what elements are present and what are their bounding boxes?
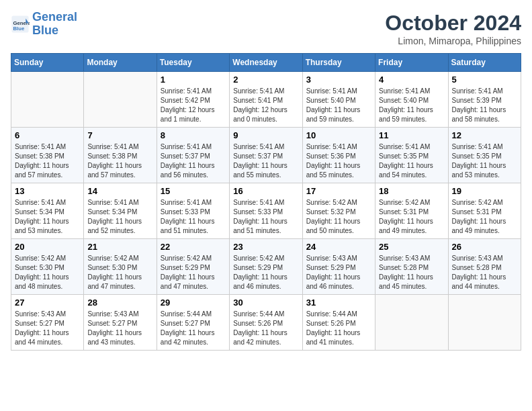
location: Limon, Mimaropa, Philippines <box>385 36 521 46</box>
calendar-cell: 24Sunrise: 5:43 AMSunset: 5:29 PMDayligh… <box>302 239 375 295</box>
logo-text: GeneralBlue <box>32 11 77 38</box>
svg-text:Blue: Blue <box>13 26 25 32</box>
day-info: Sunrise: 5:44 AMSunset: 5:27 PMDaylight:… <box>161 310 226 347</box>
day-info: Sunrise: 5:41 AMSunset: 5:40 PMDaylight:… <box>306 87 371 124</box>
weekday-header-thursday: Thursday <box>302 54 375 72</box>
day-number: 14 <box>87 186 152 196</box>
weekday-header-sunday: Sunday <box>11 54 84 72</box>
calendar-cell <box>11 72 84 128</box>
day-number: 24 <box>306 242 371 252</box>
day-number: 11 <box>379 130 444 140</box>
day-info: Sunrise: 5:41 AMSunset: 5:39 PMDaylight:… <box>452 87 517 124</box>
calendar-cell <box>375 295 448 351</box>
week-row-3: 20Sunrise: 5:42 AMSunset: 5:30 PMDayligh… <box>11 239 521 295</box>
day-number: 29 <box>161 298 226 308</box>
day-number: 12 <box>452 130 517 140</box>
day-number: 30 <box>233 298 298 308</box>
calendar-cell: 16Sunrise: 5:41 AMSunset: 5:33 PMDayligh… <box>230 183 302 239</box>
calendar-cell: 14Sunrise: 5:41 AMSunset: 5:34 PMDayligh… <box>84 183 157 239</box>
calendar-cell: 13Sunrise: 5:41 AMSunset: 5:34 PMDayligh… <box>11 183 84 239</box>
calendar-cell: 19Sunrise: 5:42 AMSunset: 5:31 PMDayligh… <box>448 183 521 239</box>
day-info: Sunrise: 5:42 AMSunset: 5:31 PMDaylight:… <box>379 198 444 236</box>
day-info: Sunrise: 5:41 AMSunset: 5:40 PMDaylight:… <box>379 87 444 124</box>
day-number: 17 <box>306 186 371 196</box>
day-info: Sunrise: 5:43 AMSunset: 5:28 PMDaylight:… <box>379 254 444 291</box>
weekday-header-tuesday: Tuesday <box>157 54 229 72</box>
day-info: Sunrise: 5:41 AMSunset: 5:41 PMDaylight:… <box>233 87 298 124</box>
calendar-cell: 15Sunrise: 5:41 AMSunset: 5:33 PMDayligh… <box>157 183 229 239</box>
calendar-cell: 17Sunrise: 5:42 AMSunset: 5:32 PMDayligh… <box>302 183 375 239</box>
day-number: 31 <box>306 298 371 308</box>
logo: General Blue GeneralBlue <box>11 11 77 38</box>
calendar-cell <box>84 72 157 128</box>
day-info: Sunrise: 5:41 AMSunset: 5:38 PMDaylight:… <box>15 142 80 180</box>
day-info: Sunrise: 5:41 AMSunset: 5:34 PMDaylight:… <box>87 198 152 236</box>
day-info: Sunrise: 5:42 AMSunset: 5:32 PMDaylight:… <box>306 198 371 236</box>
day-info: Sunrise: 5:41 AMSunset: 5:33 PMDaylight:… <box>233 198 298 236</box>
day-info: Sunrise: 5:44 AMSunset: 5:26 PMDaylight:… <box>306 310 371 347</box>
day-number: 27 <box>15 298 80 308</box>
calendar-cell: 26Sunrise: 5:43 AMSunset: 5:28 PMDayligh… <box>448 239 521 295</box>
week-row-4: 27Sunrise: 5:43 AMSunset: 5:27 PMDayligh… <box>11 295 521 351</box>
day-info: Sunrise: 5:43 AMSunset: 5:28 PMDaylight:… <box>452 254 517 291</box>
day-info: Sunrise: 5:41 AMSunset: 5:33 PMDaylight:… <box>161 198 226 236</box>
calendar-cell: 28Sunrise: 5:43 AMSunset: 5:27 PMDayligh… <box>84 295 157 351</box>
day-number: 3 <box>306 75 371 85</box>
calendar-cell: 20Sunrise: 5:42 AMSunset: 5:30 PMDayligh… <box>11 239 84 295</box>
calendar-cell: 1Sunrise: 5:41 AMSunset: 5:42 PMDaylight… <box>157 72 229 128</box>
day-number: 13 <box>15 186 80 196</box>
calendar-cell: 10Sunrise: 5:41 AMSunset: 5:36 PMDayligh… <box>302 128 375 183</box>
weekday-header-friday: Friday <box>375 54 448 72</box>
weekday-header-saturday: Saturday <box>448 54 521 72</box>
calendar-cell: 9Sunrise: 5:41 AMSunset: 5:37 PMDaylight… <box>230 128 302 183</box>
day-info: Sunrise: 5:43 AMSunset: 5:27 PMDaylight:… <box>15 310 80 347</box>
calendar-cell: 30Sunrise: 5:44 AMSunset: 5:26 PMDayligh… <box>230 295 302 351</box>
calendar-cell: 7Sunrise: 5:41 AMSunset: 5:38 PMDaylight… <box>84 128 157 183</box>
day-info: Sunrise: 5:43 AMSunset: 5:27 PMDaylight:… <box>87 310 152 347</box>
day-info: Sunrise: 5:41 AMSunset: 5:36 PMDaylight:… <box>306 142 371 180</box>
week-row-0: 1Sunrise: 5:41 AMSunset: 5:42 PMDaylight… <box>11 72 521 128</box>
day-number: 1 <box>161 75 226 85</box>
calendar-cell: 25Sunrise: 5:43 AMSunset: 5:28 PMDayligh… <box>375 239 448 295</box>
calendar-cell: 6Sunrise: 5:41 AMSunset: 5:38 PMDaylight… <box>11 128 84 183</box>
weekday-header-monday: Monday <box>84 54 157 72</box>
calendar-cell: 31Sunrise: 5:44 AMSunset: 5:26 PMDayligh… <box>302 295 375 351</box>
day-info: Sunrise: 5:42 AMSunset: 5:30 PMDaylight:… <box>87 254 152 291</box>
day-info: Sunrise: 5:43 AMSunset: 5:29 PMDaylight:… <box>306 254 371 291</box>
calendar-cell: 4Sunrise: 5:41 AMSunset: 5:40 PMDaylight… <box>375 72 448 128</box>
day-number: 22 <box>161 242 226 252</box>
month-title: October 2024 <box>385 11 521 36</box>
day-info: Sunrise: 5:41 AMSunset: 5:38 PMDaylight:… <box>87 142 152 180</box>
week-row-1: 6Sunrise: 5:41 AMSunset: 5:38 PMDaylight… <box>11 128 521 183</box>
day-number: 25 <box>379 242 444 252</box>
page-header: General Blue GeneralBlue October 2024 Li… <box>11 11 521 46</box>
calendar-cell: 12Sunrise: 5:41 AMSunset: 5:35 PMDayligh… <box>448 128 521 183</box>
calendar-cell: 11Sunrise: 5:41 AMSunset: 5:35 PMDayligh… <box>375 128 448 183</box>
day-number: 4 <box>379 75 444 85</box>
day-number: 8 <box>161 130 226 140</box>
weekday-header-row: SundayMondayTuesdayWednesdayThursdayFrid… <box>11 54 521 72</box>
calendar-cell: 27Sunrise: 5:43 AMSunset: 5:27 PMDayligh… <box>11 295 84 351</box>
calendar-cell: 8Sunrise: 5:41 AMSunset: 5:37 PMDaylight… <box>157 128 229 183</box>
title-block: October 2024 Limon, Mimaropa, Philippine… <box>385 11 521 46</box>
day-number: 20 <box>15 242 80 252</box>
week-row-2: 13Sunrise: 5:41 AMSunset: 5:34 PMDayligh… <box>11 183 521 239</box>
day-info: Sunrise: 5:42 AMSunset: 5:29 PMDaylight:… <box>233 254 298 291</box>
day-info: Sunrise: 5:44 AMSunset: 5:26 PMDaylight:… <box>233 310 298 347</box>
day-info: Sunrise: 5:42 AMSunset: 5:29 PMDaylight:… <box>161 254 226 291</box>
day-number: 9 <box>233 130 298 140</box>
day-number: 16 <box>233 186 298 196</box>
calendar-cell: 23Sunrise: 5:42 AMSunset: 5:29 PMDayligh… <box>230 239 302 295</box>
day-number: 21 <box>87 242 152 252</box>
day-info: Sunrise: 5:41 AMSunset: 5:37 PMDaylight:… <box>233 142 298 180</box>
calendar-cell <box>448 295 521 351</box>
calendar-cell: 18Sunrise: 5:42 AMSunset: 5:31 PMDayligh… <box>375 183 448 239</box>
day-number: 15 <box>161 186 226 196</box>
day-number: 2 <box>233 75 298 85</box>
day-number: 19 <box>452 186 517 196</box>
day-number: 10 <box>306 130 371 140</box>
day-info: Sunrise: 5:41 AMSunset: 5:37 PMDaylight:… <box>161 142 226 180</box>
day-info: Sunrise: 5:41 AMSunset: 5:35 PMDaylight:… <box>452 142 517 180</box>
calendar-cell: 2Sunrise: 5:41 AMSunset: 5:41 PMDaylight… <box>230 72 302 128</box>
day-info: Sunrise: 5:41 AMSunset: 5:42 PMDaylight:… <box>161 87 226 124</box>
